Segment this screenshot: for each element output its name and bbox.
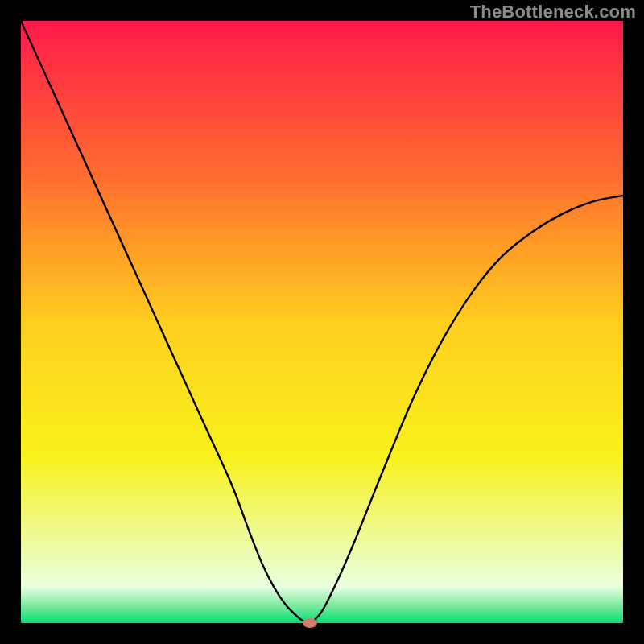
attribution-watermark: TheBottleneck.com (470, 2, 636, 23)
bottleneck-chart (0, 0, 644, 644)
chart-container: TheBottleneck.com (0, 0, 644, 644)
plot-area (21, 21, 623, 623)
optimum-point-marker (303, 618, 317, 628)
